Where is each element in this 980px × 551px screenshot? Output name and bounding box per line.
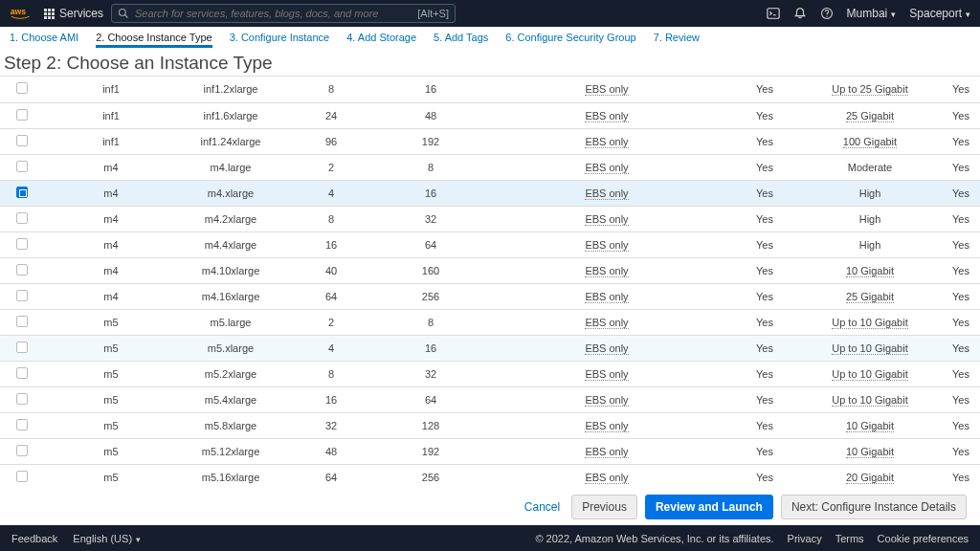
table-row[interactable]: m5m5.12xlarge48192EBS onlyYes10 GigabitY… — [0, 438, 980, 464]
storage-cell: EBS only — [585, 394, 628, 407]
row-checkbox[interactable] — [16, 419, 28, 430]
family-cell: m4 — [44, 257, 178, 283]
network-cell-wrap: Up to 10 Gigabit — [798, 309, 942, 335]
row-checkbox[interactable] — [16, 187, 28, 198]
vcpus-cell: 4 — [283, 180, 379, 206]
svg-text:aws: aws — [11, 7, 27, 16]
row-checkbox[interactable] — [16, 109, 28, 121]
table-row[interactable]: m5m5.16xlarge64256EBS onlyYes20 GigabitY… — [0, 464, 980, 487]
storage-cell: EBS only — [585, 213, 628, 226]
family-cell: m4 — [44, 283, 178, 309]
row-checkbox[interactable] — [16, 264, 28, 276]
cookie-preferences-link[interactable]: Cookie preferences — [878, 533, 969, 544]
table-row[interactable]: m4m4.10xlarge40160EBS onlyYes10 GigabitY… — [0, 257, 980, 283]
table-row[interactable]: m5m5.8xlarge32128EBS onlyYes10 GigabitYe… — [0, 412, 980, 438]
row-checkbox[interactable] — [16, 342, 28, 353]
row-checkbox[interactable] — [16, 212, 28, 224]
next-button[interactable]: Next: Configure Instance Details — [781, 495, 967, 519]
table-row[interactable]: inf1inf1.24xlarge96192EBS onlyYes100 Gig… — [0, 128, 980, 154]
storage-cell-wrap: EBS only — [482, 386, 731, 412]
wizard-step-4[interactable]: 5. Add Tags — [434, 32, 488, 48]
vcpus-cell: 4 — [283, 335, 379, 361]
wizard-step-5[interactable]: 6. Configure Security Group — [505, 32, 635, 48]
table-row[interactable]: m4m4.xlarge416EBS onlyYesHighYes — [0, 180, 980, 206]
search-box[interactable]: [Alt+S] — [111, 4, 456, 23]
ebsopt-cell: Yes — [731, 257, 798, 283]
table-row[interactable]: inf1inf1.6xlarge2448EBS onlyYes25 Gigabi… — [0, 102, 980, 128]
notifications-icon[interactable] — [793, 7, 807, 20]
vcpus-cell: 8 — [283, 361, 379, 386]
row-checkbox[interactable] — [16, 161, 28, 172]
table-row[interactable]: m5m5.xlarge416EBS onlyYesUp to 10 Gigabi… — [0, 335, 980, 361]
ebsopt-cell: Yes — [731, 180, 798, 206]
table-row[interactable]: m5m5.large28EBS onlyYesUp to 10 GigabitY… — [0, 309, 980, 335]
storage-cell-wrap: EBS only — [482, 335, 731, 361]
wizard-step-6[interactable]: 7. Review — [654, 32, 700, 48]
table-row[interactable]: inf1inf1.2xlarge816EBS onlyYesUp to 25 G… — [0, 77, 980, 102]
services-menu[interactable]: Services — [44, 7, 103, 20]
instance-table-scroll[interactable]: inf1inf1.2xlarge816EBS onlyYesUp to 25 G… — [0, 76, 980, 487]
privacy-link[interactable]: Privacy — [788, 533, 822, 544]
ipv6-cell: Yes — [942, 206, 980, 231]
ipv6-cell: Yes — [942, 257, 980, 283]
row-checkbox[interactable] — [16, 82, 28, 94]
network-cell: Up to 10 Gigabit — [832, 394, 908, 407]
network-cell: Up to 10 Gigabit — [832, 368, 908, 381]
help-icon[interactable] — [820, 7, 834, 20]
storage-cell: EBS only — [585, 136, 628, 148]
footer: Feedback English (US) © 2022, Amazon Web… — [0, 525, 980, 551]
language-selector[interactable]: English (US) — [73, 533, 141, 544]
search-icon — [118, 8, 129, 19]
copyright-text: © 2022, Amazon Web Services, Inc. or its… — [535, 533, 773, 544]
table-row[interactable]: m4m4.2xlarge832EBS onlyYesHighYes — [0, 206, 980, 231]
wizard-step-1[interactable]: 2. Choose Instance Type — [96, 32, 212, 48]
previous-button[interactable]: Previous — [571, 495, 637, 519]
memory-cell: 32 — [379, 361, 482, 386]
table-row[interactable]: m5m5.4xlarge1664EBS onlyYesUp to 10 Giga… — [0, 386, 980, 412]
checkbox-cell — [0, 102, 44, 128]
search-input[interactable] — [135, 8, 417, 19]
svg-rect-3 — [767, 9, 778, 19]
table-row[interactable]: m4m4.16xlarge64256EBS onlyYes25 GigabitY… — [0, 283, 980, 309]
ebsopt-cell: Yes — [731, 128, 798, 154]
row-checkbox[interactable] — [16, 135, 28, 146]
ipv6-cell: Yes — [942, 154, 980, 180]
row-checkbox[interactable] — [16, 471, 28, 482]
storage-cell-wrap: EBS only — [482, 464, 731, 487]
account-label: Spaceport — [909, 7, 962, 20]
wizard-step-3[interactable]: 4. Add Storage — [346, 32, 416, 48]
wizard-step-0[interactable]: 1. Choose AMI — [10, 32, 78, 48]
row-checkbox[interactable] — [16, 316, 28, 327]
ebsopt-cell: Yes — [731, 386, 798, 412]
table-row[interactable]: m4m4.large28EBS onlyYesModerateYes — [0, 154, 980, 180]
network-cell: Up to 10 Gigabit — [832, 317, 908, 329]
type-cell: m4.xlarge — [178, 180, 283, 206]
region-selector[interactable]: Mumbai — [847, 7, 897, 20]
wizard-step-2[interactable]: 3. Configure Instance — [230, 32, 330, 48]
vcpus-cell: 32 — [283, 412, 379, 438]
vcpus-cell: 64 — [283, 464, 379, 487]
storage-cell: EBS only — [585, 472, 628, 484]
terms-link[interactable]: Terms — [835, 533, 864, 544]
aws-logo[interactable]: aws — [10, 6, 36, 21]
family-cell: inf1 — [44, 128, 178, 154]
feedback-link[interactable]: Feedback — [11, 533, 57, 544]
ebsopt-cell: Yes — [731, 154, 798, 180]
review-and-launch-button[interactable]: Review and Launch — [645, 495, 773, 519]
ebsopt-cell: Yes — [731, 361, 798, 386]
row-checkbox[interactable] — [16, 393, 28, 405]
memory-cell: 192 — [379, 438, 482, 464]
row-checkbox[interactable] — [16, 367, 28, 379]
cloudshell-icon[interactable] — [767, 7, 780, 20]
table-row[interactable]: m5m5.2xlarge832EBS onlyYesUp to 10 Gigab… — [0, 361, 980, 386]
checkbox-cell — [0, 283, 44, 309]
cancel-link[interactable]: Cancel — [524, 500, 560, 514]
storage-cell-wrap: EBS only — [482, 412, 731, 438]
table-row[interactable]: m4m4.4xlarge1664EBS onlyYesHighYes — [0, 231, 980, 257]
account-menu[interactable]: Spaceport — [909, 7, 970, 20]
svg-point-6 — [826, 16, 827, 17]
row-checkbox[interactable] — [16, 238, 28, 250]
row-checkbox[interactable] — [16, 290, 28, 301]
row-checkbox[interactable] — [16, 445, 28, 456]
storage-cell-wrap: EBS only — [482, 128, 731, 154]
